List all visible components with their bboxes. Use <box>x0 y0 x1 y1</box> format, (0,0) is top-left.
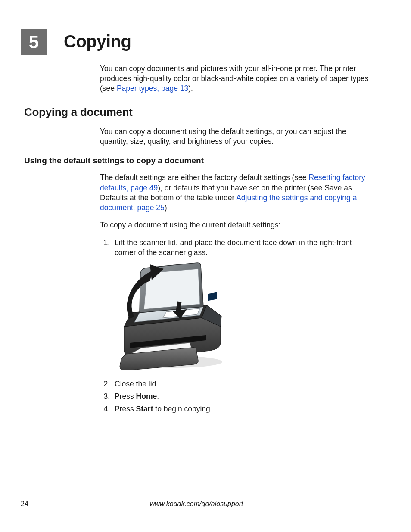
step-3: Press Home. <box>112 392 372 401</box>
step-4: Press Start to begin copying. <box>112 404 372 414</box>
chapter-title: Copying <box>64 32 131 55</box>
intro-text-after: ). <box>188 84 193 93</box>
step-2: Close the lid. <box>112 379 372 389</box>
chapter-header: 5 Copying <box>21 29 372 55</box>
chapter-number-badge: 5 <box>21 29 47 55</box>
printer-lift-lid-illustration <box>115 262 227 370</box>
svg-rect-1 <box>208 292 217 301</box>
p-h3-part1: The default settings are either the fact… <box>100 173 308 182</box>
step-4-pre: Press <box>115 404 136 413</box>
heading-copying-a-document: Copying a document <box>24 106 372 119</box>
default-settings-paragraph: The default settings are either the fact… <box>100 173 372 212</box>
lead-paragraph: To copy a document using the current def… <box>100 220 372 230</box>
copying-doc-paragraph: You can copy a document using the defaul… <box>100 127 372 146</box>
link-paper-types[interactable]: Paper types, page 13 <box>117 84 188 93</box>
page-number: 24 <box>21 500 28 508</box>
footer-url: www.kodak.com/go/aiosupport <box>21 500 372 508</box>
step-1: Lift the scanner lid, and place the docu… <box>112 238 372 258</box>
intro-paragraph: You can copy documents and pictures with… <box>100 64 372 93</box>
horizontal-rule <box>21 28 372 28</box>
step-3-pre: Press <box>115 392 136 401</box>
printer-figure <box>115 262 372 371</box>
page-footer: 24 www.kodak.com/go/aiosupport <box>21 500 372 508</box>
heading-default-settings: Using the default settings to copy a doc… <box>24 156 372 165</box>
step-4-post: to begin copying. <box>153 404 212 413</box>
steps-list: Lift the scanner lid, and place the docu… <box>100 238 372 258</box>
step-4-bold: Start <box>136 404 153 413</box>
steps-list-continued: Close the lid. Press Home. Press Start t… <box>100 379 372 414</box>
step-3-bold: Home <box>136 392 157 401</box>
p-h3-part3: ). <box>165 203 169 212</box>
step-3-post: . <box>157 392 159 401</box>
